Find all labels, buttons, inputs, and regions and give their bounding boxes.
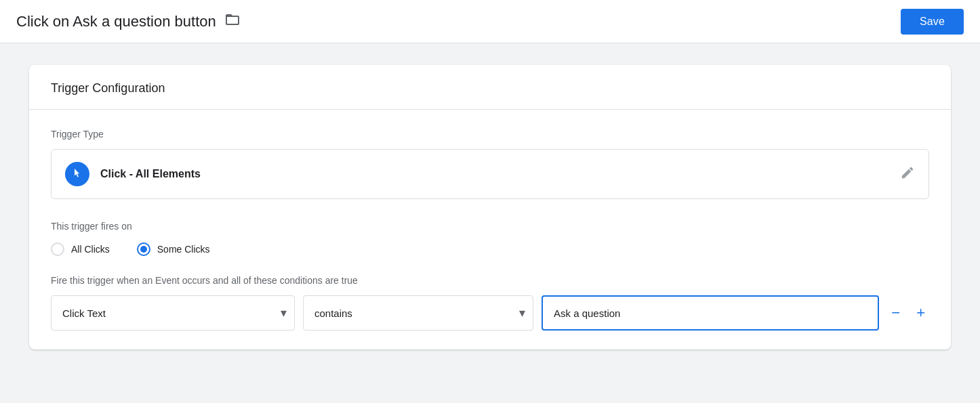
trigger-type-label: Trigger Type <box>51 129 929 140</box>
remove-condition-button[interactable]: − <box>887 305 904 320</box>
fires-on-radio-group: All Clicks Some Clicks <box>51 242 929 256</box>
card-body: Trigger Type Click - All Elements <box>29 110 951 349</box>
page-title: Click on Ask a question button <box>16 13 216 30</box>
some-clicks-option[interactable]: Some Clicks <box>137 242 210 256</box>
fires-on-label: This trigger fires on <box>51 221 929 232</box>
trigger-name: Click - All Elements <box>100 168 201 180</box>
card-header: Trigger Configuration <box>29 65 951 110</box>
add-condition-button[interactable]: + <box>912 305 929 320</box>
main-content: Trigger Configuration Trigger Type Click… <box>0 43 980 371</box>
all-clicks-option[interactable]: All Clicks <box>51 242 110 256</box>
condition-row: Click Text Click Element Click Classes C… <box>51 295 929 331</box>
trigger-type-box: Click - All Elements <box>51 149 929 199</box>
all-clicks-radio[interactable] <box>51 242 64 256</box>
some-clicks-label: Some Clicks <box>157 244 210 255</box>
card-title: Trigger Configuration <box>51 81 165 95</box>
condition-operator-select[interactable]: contains equals starts with ends with ma… <box>303 295 533 331</box>
conditions-label: Fire this trigger when an Event occurs a… <box>51 275 929 286</box>
condition-field-wrapper: Click Text Click Element Click Classes C… <box>51 295 295 331</box>
edit-trigger-icon[interactable] <box>900 165 915 184</box>
save-button[interactable]: Save <box>901 9 964 35</box>
all-clicks-label: All Clicks <box>71 244 110 255</box>
page-header: Click on Ask a question button Save <box>0 0 980 43</box>
condition-value-input[interactable] <box>542 295 879 331</box>
folder-icon[interactable] <box>224 12 241 31</box>
trigger-type-left: Click - All Elements <box>65 162 201 186</box>
trigger-type-icon <box>65 162 89 186</box>
condition-operator-wrapper: contains equals starts with ends with ma… <box>303 295 533 331</box>
trigger-config-card: Trigger Configuration Trigger Type Click… <box>29 65 951 349</box>
header-left: Click on Ask a question button <box>16 12 241 31</box>
condition-field-select[interactable]: Click Text Click Element Click Classes C… <box>51 295 295 331</box>
some-clicks-radio[interactable] <box>137 242 150 256</box>
